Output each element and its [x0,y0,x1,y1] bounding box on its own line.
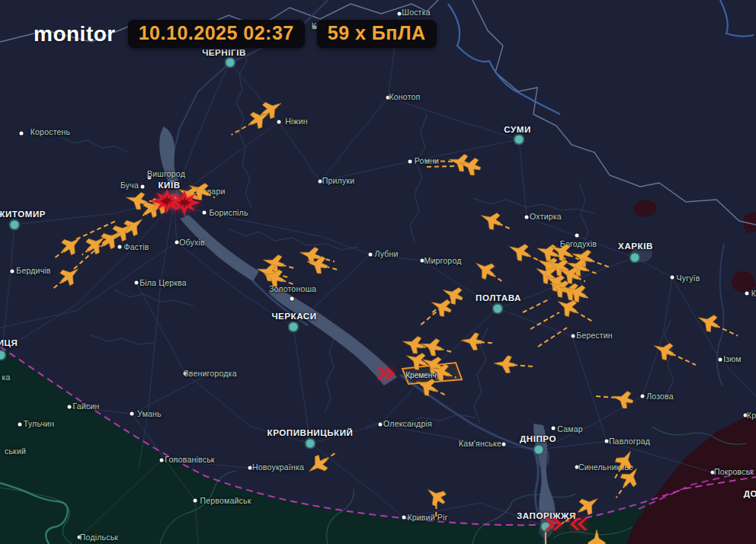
city-town-dot [194,499,197,503]
app-logo: monitor [34,22,116,46]
city-town-dot [248,466,252,470]
uav-count-badge: 59 х БпЛА [317,20,437,48]
city-town-dot [386,96,390,100]
city-town-dot [502,443,506,446]
city-town-dot [18,423,22,427]
timestamp-badge: 10.10.2025 02:37 [128,20,305,48]
city-town-dot [11,270,14,274]
city-town-dot [744,414,748,418]
city-town-dot [68,405,72,409]
city-town-dot [20,132,24,136]
city-town-dot [319,180,322,184]
city-town-dot [78,536,82,539]
city-town-dot [552,427,556,430]
city-town-dot [711,471,715,475]
monitor-map-app: monitor 10.10.2025 02:37 59 х БпЛА КИЇВЧ… [0,0,756,544]
city-town-dot [184,372,187,376]
city-town-dot [160,459,164,462]
city-town-dot [130,412,134,416]
header: monitor 10.10.2025 02:37 59 х БпЛА [34,20,437,48]
city-town-dot [398,12,402,16]
